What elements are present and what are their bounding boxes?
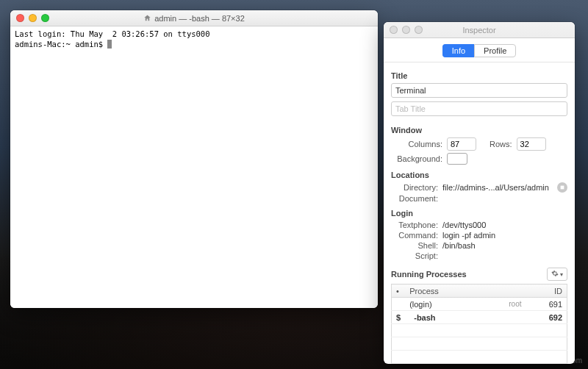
zoom-button[interactable]	[41, 14, 49, 22]
command-label: Command:	[391, 231, 442, 240]
table-row[interactable]: $ -bash692	[392, 311, 567, 324]
terminal-content[interactable]: Last login: Thu May 2 03:26:57 on ttys00…	[10, 26, 378, 308]
directory-value: file://admins-...al/Users/admin	[442, 183, 554, 192]
inspector-window[interactable]: Inspector Info Profile Title Window Colu…	[384, 22, 575, 364]
table-row	[392, 324, 567, 337]
minimize-button[interactable]	[402, 26, 410, 34]
document-label: Document:	[391, 194, 442, 203]
row-process: -bash	[405, 311, 533, 324]
directory-label: Directory:	[391, 183, 442, 192]
terminal-window[interactable]: admin — -bash — 87×32 Last login: Thu Ma…	[10, 10, 378, 308]
table-row[interactable]: (login)root691	[392, 298, 567, 311]
col-process[interactable]: Process	[405, 284, 533, 298]
col-marker[interactable]: •	[392, 284, 406, 298]
tab-profile[interactable]: Profile	[474, 44, 516, 57]
columns-field[interactable]	[447, 137, 476, 151]
table-row	[392, 351, 567, 364]
table-row	[392, 337, 567, 351]
command-value: login -pf admin	[442, 231, 567, 240]
shell-value: /bin/bash	[442, 241, 567, 250]
background-swatch[interactable]	[447, 153, 467, 165]
section-locations: Locations	[391, 171, 567, 179]
inspector-titlebar[interactable]: Inspector	[384, 22, 575, 38]
script-label: Script:	[391, 251, 442, 260]
tab-strip: Info Profile	[384, 38, 575, 62]
section-title: Title	[391, 71, 567, 80]
row-process: (login)root	[405, 298, 533, 311]
process-actions-button[interactable]: ▾	[547, 268, 567, 281]
minimize-button[interactable]	[29, 14, 37, 22]
rows-field[interactable]	[517, 137, 546, 151]
columns-label: Columns:	[391, 140, 442, 148]
caret-icon	[107, 40, 112, 49]
shell-label: Shell:	[391, 241, 442, 250]
svg-rect-0	[561, 186, 564, 190]
close-button[interactable]	[390, 26, 398, 34]
background-label: Background:	[391, 154, 442, 163]
zoom-button[interactable]	[415, 26, 423, 34]
section-window: Window	[391, 126, 567, 135]
terminal-title: admin — -bash — 87×32	[154, 14, 245, 23]
textphone-value: /dev/ttys000	[442, 221, 567, 229]
process-table: • Process ID (login)root691$ -bash692	[391, 284, 567, 364]
tab-title-field[interactable]	[391, 101, 567, 116]
chevron-down-icon: ▾	[560, 271, 563, 278]
row-marker: $	[392, 311, 406, 324]
row-pid: 691	[534, 298, 567, 311]
traffic-lights	[384, 26, 423, 34]
section-login: Login	[391, 209, 567, 218]
row-marker	[392, 298, 406, 311]
textphone-label: Textphone:	[391, 221, 442, 229]
traffic-lights	[10, 14, 49, 22]
row-pid: 692	[534, 311, 567, 324]
section-processes: Running Processes	[391, 270, 467, 279]
close-button[interactable]	[16, 14, 24, 22]
home-icon	[143, 14, 151, 22]
stop-icon[interactable]	[557, 182, 567, 193]
last-login-line: Last login: Thu May 2 03:26:57 on ttys00…	[15, 29, 210, 38]
gear-icon	[551, 270, 559, 279]
inspector-title: Inspector	[462, 26, 495, 35]
inspector-body: Title Window Columns: Rows: Background: …	[384, 62, 575, 364]
rows-label: Rows:	[490, 140, 512, 148]
col-id[interactable]: ID	[534, 284, 567, 298]
tab-info[interactable]: Info	[442, 44, 474, 57]
title-field[interactable]	[391, 83, 567, 98]
prompt-line: admins-Mac:~ admin$	[15, 40, 107, 49]
terminal-titlebar[interactable]: admin — -bash — 87×32	[10, 10, 378, 26]
